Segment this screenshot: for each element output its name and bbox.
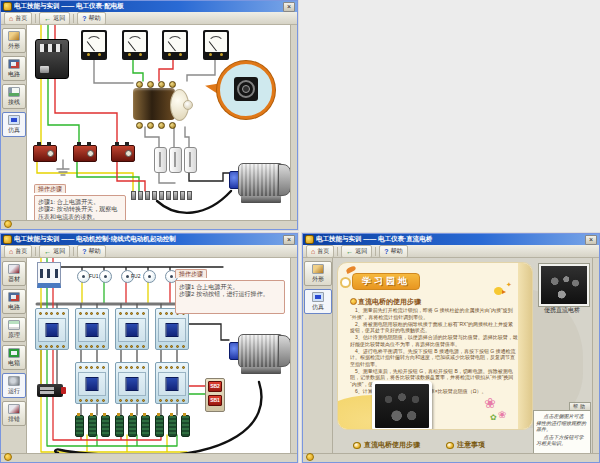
voltmeter bbox=[203, 30, 229, 60]
duck-icon bbox=[494, 287, 503, 295]
learning-window: 电工技能与实训 —— 电工仪表·直流电桥 × ⌂首页 ←返回 ?帮助 外形 仿真… bbox=[302, 233, 600, 463]
close-icon[interactable]: × bbox=[283, 235, 295, 245]
music-icon[interactable] bbox=[306, 453, 314, 461]
current-transformer bbox=[111, 145, 135, 162]
sidebar-item-run[interactable]: 运行 bbox=[2, 373, 26, 398]
current-transformer bbox=[73, 145, 97, 162]
simulation-canvas: 操作步骤 步骤1: 合上电源开关。 步骤2: 按动转换开关，观察电压表和电流表的… bbox=[27, 25, 293, 223]
cube-icon bbox=[8, 31, 20, 41]
back-button[interactable]: ←返回 bbox=[39, 12, 70, 25]
sidebar-item-simulation[interactable]: 仿真 bbox=[304, 289, 332, 314]
app-icon bbox=[3, 2, 12, 11]
knob-magnifier-callout[interactable] bbox=[217, 61, 275, 119]
app-icon bbox=[3, 235, 12, 244]
back-icon: ← bbox=[44, 15, 51, 22]
home-button[interactable]: ⌂首页 bbox=[306, 245, 334, 258]
home-icon: ⌂ bbox=[9, 15, 13, 22]
push-button-station[interactable]: SB2 SB1 bbox=[205, 378, 225, 412]
steps-tab: 操作步骤 bbox=[175, 269, 207, 278]
sidebar-item-appearance[interactable]: 外形 bbox=[304, 261, 332, 286]
close-icon[interactable]: × bbox=[585, 235, 597, 245]
ammeter bbox=[81, 30, 107, 60]
starting-resistors bbox=[115, 415, 150, 437]
bottom-links: 直流电桥使用步骤 注意事项 bbox=[353, 440, 485, 450]
window-edge bbox=[290, 258, 297, 454]
leaf-icon: ✿ bbox=[490, 413, 497, 422]
sidebar-item-principle[interactable]: 原理 bbox=[2, 317, 26, 342]
circuit-icon bbox=[8, 59, 20, 69]
learning-page: 学习园地 ✦ 直流电桥的使用步骤 1、测量前先打开检流计锁扣，即将 G 接线柱处… bbox=[337, 262, 533, 430]
help-button[interactable]: ?帮助 bbox=[77, 245, 105, 258]
sidebar-item-panel[interactable]: 电箱 bbox=[2, 345, 26, 370]
motor bbox=[229, 161, 291, 205]
cube-icon bbox=[312, 264, 324, 274]
title-bar[interactable]: 电工技能与实训 —— 电工仪表·配电板 × bbox=[1, 1, 297, 12]
equipment-icon bbox=[8, 264, 20, 274]
help-line: 点击下方按钮可学习相关知识。 bbox=[536, 434, 588, 447]
wiring-icon bbox=[8, 87, 20, 97]
window-title: 电工技能与实训 —— 电工仪表·直流电桥 bbox=[316, 235, 585, 244]
steps-tab: 操作步骤 bbox=[34, 184, 66, 193]
knife-switch[interactable] bbox=[37, 384, 63, 397]
toolbar-separator bbox=[35, 14, 36, 23]
sidebar-item-troubleshoot[interactable]: 排错 bbox=[2, 401, 26, 426]
sidebar-item-equipment[interactable]: 器材 bbox=[2, 261, 26, 286]
music-icon[interactable] bbox=[4, 453, 12, 461]
link-precautions[interactable]: 注意事项 bbox=[446, 440, 485, 450]
app-icon bbox=[305, 235, 314, 244]
window-title: 电工技能与实训 —— 电动机控制·绕线式电动机起动控制 bbox=[14, 235, 283, 244]
bullet-icon bbox=[353, 442, 361, 449]
title-bar[interactable]: 电工技能与实训 —— 电动机控制·绕线式电动机起动控制 × bbox=[1, 234, 297, 245]
back-button[interactable]: ←返回 bbox=[341, 245, 372, 258]
toolbar-separator bbox=[73, 14, 74, 23]
sidebar-item-appearance[interactable]: 外形 bbox=[2, 28, 26, 53]
view-sidebar: 器材 电路 原理 电箱 运行 排错 bbox=[1, 258, 27, 454]
terminal-board-icon bbox=[8, 348, 20, 358]
step-line: 步骤2 按动按钮，进行运行操作。 bbox=[179, 291, 281, 299]
fuse bbox=[143, 270, 156, 283]
starting-resistors bbox=[155, 415, 190, 437]
close-icon[interactable]: × bbox=[283, 2, 295, 12]
simulation-canvas: FU1 FU2 SB2 SB1 操作步骤 步骤1 合上电源开关。 步骤2 按动按… bbox=[27, 258, 293, 456]
fuse-label: FU2 bbox=[131, 273, 140, 279]
ammeter bbox=[122, 30, 148, 60]
device-thumbnail[interactable] bbox=[539, 264, 589, 306]
home-button[interactable]: ⌂首页 bbox=[4, 12, 32, 25]
sparkle-icon: ✦ bbox=[506, 281, 512, 289]
flower-icon: ❀ bbox=[484, 395, 496, 411]
status-strip bbox=[1, 220, 297, 229]
home-button[interactable]: ⌂首页 bbox=[4, 245, 32, 258]
repair-icon bbox=[8, 404, 20, 414]
toolbar-separator bbox=[375, 247, 376, 256]
link-usage-steps[interactable]: 直流电桥使用步骤 bbox=[353, 440, 420, 450]
contactor bbox=[115, 362, 149, 404]
help-button[interactable]: ?帮助 bbox=[77, 12, 105, 25]
title-bar[interactable]: 电工技能与实训 —— 电工仪表·直流电桥 × bbox=[303, 234, 599, 245]
back-button[interactable]: ←返回 bbox=[39, 245, 70, 258]
content-title: 直流电桥的使用步骤 bbox=[358, 297, 421, 307]
fuse-label: FU1 bbox=[89, 273, 98, 279]
sidebar-item-wiring[interactable]: 接线 bbox=[2, 84, 26, 109]
toolbar-separator bbox=[35, 247, 36, 256]
contactor bbox=[115, 308, 149, 350]
sidebar-item-circuit[interactable]: 电路 bbox=[2, 56, 26, 81]
bullet-icon bbox=[350, 298, 357, 305]
start-button[interactable]: SB2 bbox=[208, 381, 222, 392]
power-switch[interactable] bbox=[37, 262, 61, 288]
view-sidebar: 外形 电路 接线 仿真 bbox=[1, 25, 27, 221]
operation-steps-box: 操作步骤 步骤1 合上电源开关。 步骤2 按动按钮，进行运行操作。 bbox=[175, 262, 285, 314]
sidebar-item-circuit[interactable]: 电路 bbox=[2, 289, 26, 314]
power-switch[interactable] bbox=[35, 39, 69, 79]
help-button[interactable]: ?帮助 bbox=[379, 245, 407, 258]
instruction-step: 4、进行电桥平衡调节。先按下按钮 B 接通电源，再按下按钮 G 接通检流计。根据… bbox=[350, 348, 518, 368]
changeover-switch[interactable] bbox=[133, 81, 189, 127]
music-icon[interactable] bbox=[4, 220, 12, 228]
bullet-icon bbox=[446, 442, 454, 449]
fuse bbox=[99, 270, 112, 283]
stop-button[interactable]: SB1 bbox=[208, 395, 222, 406]
instruction-step: 2、将被测电阻用较粗的铜导线接于面板上标有“RX”的两接线柱上并旋紧旋钮，使其处… bbox=[350, 321, 518, 334]
instruction-step: 3、估计待测电阻阻值，以便选择合适的比较臂与比值臂。选择比较臂，最好能使比较臂最… bbox=[350, 334, 518, 347]
view-sidebar: 外形 仿真 bbox=[303, 258, 333, 454]
sidebar-item-simulation[interactable]: 仿真 bbox=[2, 112, 26, 137]
toolbar: ⌂首页 ←返回 ?帮助 bbox=[303, 245, 599, 258]
